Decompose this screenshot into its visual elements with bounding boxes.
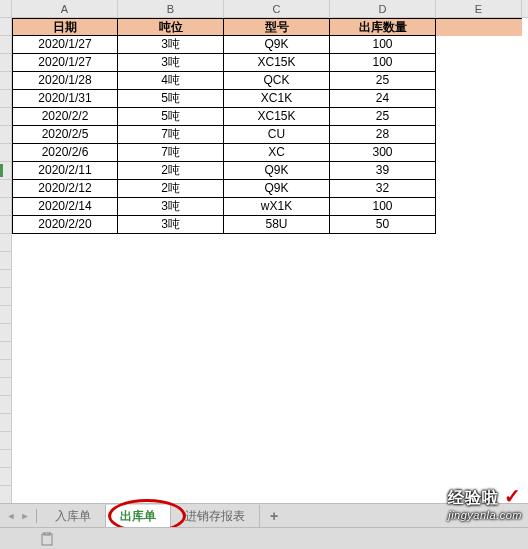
data-cell[interactable]: 2020/1/27 [12,54,118,72]
header-cell[interactable]: 型号 [224,18,330,36]
row-header[interactable] [0,486,11,504]
data-cell[interactable]: 300 [330,144,436,162]
empty-cell[interactable] [436,180,522,198]
data-cell[interactable]: 3吨 [118,36,224,54]
data-cell[interactable]: wX1K [224,198,330,216]
data-cell[interactable]: 25 [330,72,436,90]
col-header-C[interactable]: C [224,0,330,17]
tab-nav-prev-icon[interactable]: ► [19,508,31,524]
empty-cell[interactable] [436,198,522,216]
empty-cell[interactable] [436,144,522,162]
row-header[interactable] [0,144,11,162]
data-cell[interactable]: 2吨 [118,162,224,180]
data-cell[interactable]: 32 [330,180,436,198]
data-cell[interactable]: 3吨 [118,198,224,216]
row-header[interactable] [0,288,11,306]
row-header[interactable] [0,252,11,270]
data-cell[interactable]: 2020/2/11 [12,162,118,180]
empty-cell[interactable] [436,108,522,126]
data-cell[interactable]: 100 [330,36,436,54]
col-header-A[interactable]: A [12,0,118,17]
data-cell[interactable]: 4吨 [118,72,224,90]
data-cell[interactable]: 25 [330,108,436,126]
row-header[interactable] [0,396,11,414]
data-cell[interactable]: QCK [224,72,330,90]
header-cell[interactable]: 出库数量 [330,18,436,36]
data-cell[interactable]: 28 [330,126,436,144]
data-cell[interactable]: 24 [330,90,436,108]
data-cell[interactable]: 5吨 [118,108,224,126]
empty-cell[interactable] [436,126,522,144]
data-cell[interactable]: XC1K [224,90,330,108]
row-header[interactable] [0,450,11,468]
empty-cell[interactable] [436,36,522,54]
row-header[interactable] [0,72,11,90]
select-all-corner[interactable] [0,0,12,17]
data-cell[interactable]: 2020/2/2 [12,108,118,126]
row-header[interactable] [0,234,11,252]
data-cell[interactable]: 100 [330,54,436,72]
data-cell[interactable]: 3吨 [118,54,224,72]
data-cell[interactable]: 2020/1/27 [12,36,118,54]
data-cell[interactable]: 2020/2/20 [12,216,118,234]
data-cell[interactable]: XC15K [224,54,330,72]
sheet-tab-outbound[interactable]: 出库单 [106,505,171,527]
col-header-D[interactable]: D [330,0,436,17]
row-header[interactable] [0,432,11,450]
data-cell[interactable]: XC [224,144,330,162]
row-header[interactable] [0,54,11,72]
data-cell[interactable]: 2020/2/14 [12,198,118,216]
row-header[interactable] [0,90,11,108]
row-header[interactable] [0,270,11,288]
row-header[interactable] [0,306,11,324]
row-header[interactable] [0,162,11,180]
sheet-tab-report[interactable]: 进销存报表 [171,505,260,527]
empty-cell[interactable] [436,90,522,108]
row-header[interactable] [0,324,11,342]
row-header[interactable] [0,198,11,216]
data-cell[interactable]: 2吨 [118,180,224,198]
cells-area[interactable]: 日期吨位型号出库数量2020/1/273吨Q9K1002020/1/273吨XC… [12,18,528,522]
row-header[interactable] [0,216,11,234]
row-header[interactable] [0,468,11,486]
data-cell[interactable]: 2020/2/12 [12,180,118,198]
sheet-tab-inbound[interactable]: 入库单 [41,505,106,527]
clipboard-icon[interactable] [40,532,54,546]
data-cell[interactable]: 7吨 [118,144,224,162]
data-cell[interactable]: 3吨 [118,216,224,234]
data-cell[interactable]: Q9K [224,162,330,180]
row-header[interactable] [0,18,11,36]
header-cell[interactable]: 日期 [12,18,118,36]
row-header[interactable] [0,414,11,432]
data-cell[interactable]: 2020/2/6 [12,144,118,162]
add-sheet-button[interactable]: + [260,508,288,524]
empty-cell[interactable] [436,216,522,234]
data-cell[interactable]: 7吨 [118,126,224,144]
row-header[interactable] [0,378,11,396]
empty-cell[interactable] [436,72,522,90]
row-header[interactable] [0,180,11,198]
data-cell[interactable]: CU [224,126,330,144]
row-header[interactable] [0,342,11,360]
row-header[interactable] [0,360,11,378]
header-cell[interactable]: 吨位 [118,18,224,36]
data-cell[interactable]: XC15K [224,108,330,126]
row-header[interactable] [0,36,11,54]
data-cell[interactable]: 100 [330,198,436,216]
data-cell[interactable]: 58U [224,216,330,234]
data-cell[interactable]: 50 [330,216,436,234]
col-header-E[interactable]: E [436,0,522,17]
row-header[interactable] [0,126,11,144]
data-cell[interactable]: 39 [330,162,436,180]
data-cell[interactable]: 2020/1/28 [12,72,118,90]
data-cell[interactable]: 5吨 [118,90,224,108]
data-cell[interactable]: 2020/2/5 [12,126,118,144]
row-header[interactable] [0,108,11,126]
data-cell[interactable]: Q9K [224,180,330,198]
tab-nav-first-icon[interactable]: ◄ [5,508,17,524]
data-cell[interactable]: 2020/1/31 [12,90,118,108]
data-cell[interactable]: Q9K [224,36,330,54]
empty-cell[interactable] [436,18,522,36]
empty-cell[interactable] [436,162,522,180]
col-header-B[interactable]: B [118,0,224,17]
